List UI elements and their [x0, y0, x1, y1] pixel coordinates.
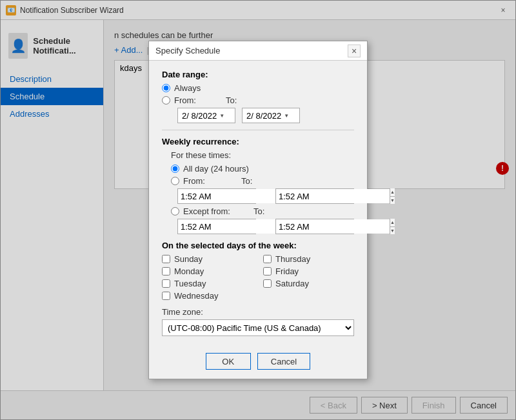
all-day-radio-row: All day (24 hours): [171, 164, 354, 174]
date-picker-row: 2/ 8/2022 ▼ 2/ 8/2022 ▼: [177, 108, 354, 123]
except-label: Except from:: [183, 206, 230, 216]
to-time-spinbtns: ▲ ▼: [390, 188, 395, 204]
except-to-label: To:: [253, 206, 264, 216]
timezone-label: Time zone:: [162, 307, 354, 317]
days-section: On the selected days of the week: Sunday…: [162, 241, 354, 301]
except-time-row: ▲ ▼ ▲ ▼: [177, 219, 354, 234]
modal-overlay: Specify Schedule × Date range: Always Fr…: [0, 0, 516, 420]
days-label: On the selected days of the week:: [162, 241, 354, 250]
except-to-spinbtns: ▲ ▼: [390, 219, 395, 234]
except-to-spinner[interactable]: ▲ ▼: [275, 219, 354, 234]
from-date-value: 2/ 8/2022: [182, 111, 217, 121]
always-radio[interactable]: [162, 84, 170, 92]
weekly-recurrence-label: Weekly recurrence:: [162, 137, 354, 146]
from-radio[interactable]: [162, 96, 170, 105]
date-range-label: Date range:: [162, 70, 354, 79]
wednesday-checkbox[interactable]: [162, 292, 170, 300]
except-to-up[interactable]: ▲: [390, 219, 395, 227]
from-date-picker[interactable]: 2/ 8/2022 ▼: [177, 108, 235, 123]
dialog-body: Date range: Always From: To: 2/ 8/2022 ▼…: [149, 61, 367, 345]
specify-schedule-dialog: Specify Schedule × Date range: Always Fr…: [148, 41, 368, 379]
except-to-down[interactable]: ▼: [390, 227, 395, 235]
from-time-input[interactable]: 1:52 AM: [178, 189, 292, 203]
tuesday-row: Tuesday: [162, 279, 253, 288]
to-date-label: To:: [226, 95, 237, 105]
from-radio-row: From: To:: [162, 95, 354, 105]
saturday-label: Saturday: [275, 279, 309, 288]
except-radio-row: Except from: To:: [171, 206, 354, 216]
dialog-cancel-button[interactable]: Cancel: [257, 353, 310, 370]
sunday-row: Sunday: [162, 254, 253, 264]
always-radio-row: Always: [162, 83, 354, 93]
except-from-spinner[interactable]: ▲ ▼: [177, 219, 256, 234]
friday-label: Friday: [275, 266, 299, 276]
dialog-title: Specify Schedule: [155, 46, 348, 55]
except-radio[interactable]: [171, 207, 179, 215]
ok-button[interactable]: OK: [206, 353, 251, 370]
from-time-radio-row: From: To:: [171, 176, 354, 186]
to-date-picker[interactable]: 2/ 8/2022 ▼: [242, 108, 300, 123]
days-grid: Sunday Thursday Monday Friday: [162, 254, 354, 301]
thursday-checkbox[interactable]: [263, 255, 272, 263]
from-label: From:: [174, 95, 196, 105]
from-time-spinner[interactable]: 1:52 AM ▲ ▼: [177, 188, 256, 204]
to-time-input[interactable]: 1:52 AM: [276, 189, 390, 203]
saturday-row: Saturday: [263, 279, 354, 288]
to-time-up[interactable]: ▲: [390, 188, 395, 197]
timezone-section: Time zone: (UTC-08:00) Pacific Time (US …: [162, 307, 354, 336]
to-time-down[interactable]: ▼: [390, 197, 395, 205]
monday-checkbox[interactable]: [162, 267, 170, 275]
timezone-select[interactable]: (UTC-08:00) Pacific Time (US & Canada): [162, 319, 354, 336]
sunday-label: Sunday: [174, 254, 203, 264]
thursday-row: Thursday: [263, 254, 354, 264]
except-from-input[interactable]: [178, 219, 292, 234]
to-time-label: To:: [241, 176, 252, 186]
dialog-titlebar: Specify Schedule ×: [149, 41, 367, 61]
except-to-input[interactable]: [276, 219, 390, 234]
from-time-row: 1:52 AM ▲ ▼ 1:52 AM ▲ ▼: [177, 188, 354, 204]
to-date-arrow: ▼: [284, 113, 289, 119]
thursday-label: Thursday: [275, 254, 310, 264]
divider-1: [162, 130, 354, 130]
saturday-checkbox[interactable]: [263, 279, 272, 288]
for-times-label: For these times:: [171, 150, 354, 160]
from-date-arrow: ▼: [219, 113, 224, 119]
from-time-radio[interactable]: [171, 177, 179, 185]
dialog-close-button[interactable]: ×: [348, 45, 361, 57]
friday-row: Friday: [263, 266, 354, 276]
tuesday-checkbox[interactable]: [162, 279, 170, 288]
wednesday-row: Wednesday: [162, 291, 253, 301]
all-day-label: All day (24 hours): [183, 164, 249, 174]
from-time-label: From:: [183, 176, 205, 186]
tuesday-label: Tuesday: [174, 279, 206, 288]
to-date-value: 2/ 8/2022: [246, 111, 281, 121]
wednesday-label: Wednesday: [174, 291, 218, 301]
friday-checkbox[interactable]: [263, 267, 272, 275]
dialog-footer: OK Cancel: [149, 345, 367, 379]
all-day-radio[interactable]: [171, 165, 179, 173]
sunday-checkbox[interactable]: [162, 255, 170, 263]
monday-row: Monday: [162, 266, 253, 276]
always-label: Always: [174, 83, 201, 93]
to-time-spinner[interactable]: 1:52 AM ▲ ▼: [275, 188, 354, 204]
monday-label: Monday: [174, 266, 204, 276]
